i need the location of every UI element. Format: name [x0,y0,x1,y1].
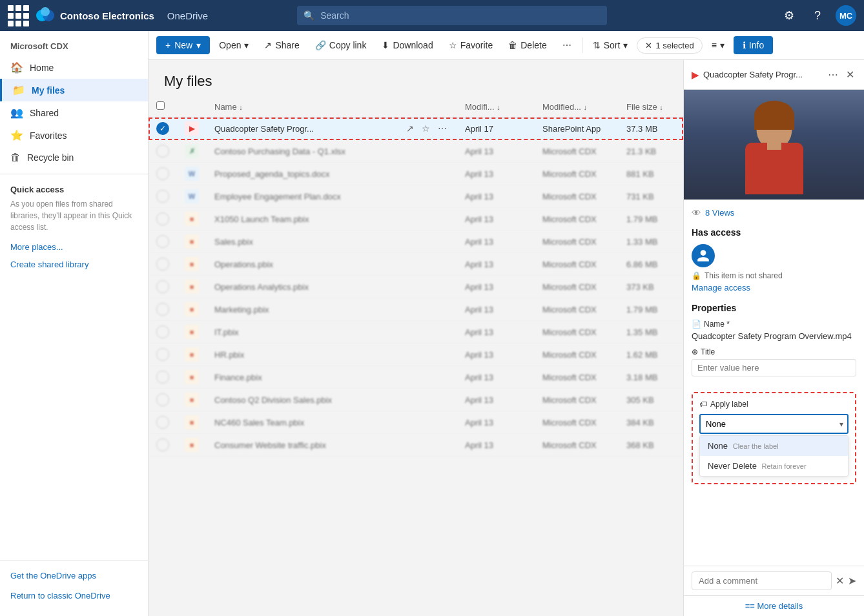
row-name[interactable]: Contoso Q2 Division Sales.pbix [207,389,396,411]
row-star-icon[interactable]: ☆ [419,121,433,136]
table-row[interactable]: ■ IT.pbix April 13 Microsoft CDX 1.35 MB [149,321,683,344]
panel-views[interactable]: 👁 8 Views [692,207,856,218]
favorite-button-label: Favorite [460,40,493,50]
row-check[interactable] [149,434,177,457]
row-name[interactable]: Operations Analytics.pbix [207,276,396,298]
download-button[interactable]: ⬇ Download [375,36,439,54]
sidebar-item-myfiles[interactable]: 📁 My files [0,79,148,101]
row-check[interactable] [149,253,177,276]
row-more-icon[interactable]: ⋯ [435,121,449,136]
row-name[interactable]: Sales.pbix [207,231,396,253]
clear-selection-button[interactable]: ✕ 1 selected [637,37,702,54]
row-check[interactable] [149,366,177,389]
row-modified-by: Microsoft CDX [535,434,619,457]
row-check[interactable] [149,389,177,411]
table-row[interactable]: ■ HR.pbix April 13 Microsoft CDX 1.62 MB [149,344,683,366]
check-empty-icon [156,325,169,338]
table-row[interactable]: ■ Consumer Website traffic.pbix April 13… [149,434,683,457]
label-select[interactable]: None Never Delete [699,414,849,434]
row-check[interactable] [149,344,177,366]
row-name[interactable]: Contoso Purchasing Data - Q1.xlsx [207,140,396,163]
app-launcher-button[interactable] [8,5,29,26]
row-open-icon[interactable]: ↗ [404,121,417,136]
sidebar-item-recyclebin[interactable]: 🗑 Recycle bin [0,147,148,169]
row-name[interactable]: Employee Engagement Plan.docx [207,185,396,208]
dropdown-option-never-delete[interactable]: Never Delete Retain forever [700,456,848,476]
user-avatar[interactable]: MC [836,5,856,26]
row-name[interactable]: Quadcopter Safety Progr... [207,118,396,140]
panel-close-button[interactable]: ✕ [844,67,856,83]
row-check[interactable] [149,298,177,321]
col-header-check[interactable] [149,96,177,118]
create-shared-library-link[interactable]: Create shared library [0,256,148,273]
more-button[interactable]: ⋯ [556,36,578,54]
row-name[interactable]: NC460 Sales Team.pbix [207,411,396,434]
sidebar-item-favorites[interactable]: ⭐ Favorites [0,124,148,147]
sidebar-item-home[interactable]: 🏠 Home [0,56,148,79]
table-row[interactable]: ■ Contoso Q2 Division Sales.pbix April 1… [149,389,683,411]
search-input[interactable] [297,6,607,25]
table-row[interactable]: ■ NC460 Sales Team.pbix April 13 Microso… [149,411,683,434]
info-button[interactable]: ℹ Info [734,36,773,54]
return-classic-link[interactable]: Return to classic OneDrive [0,586,148,606]
sort-button[interactable]: ⇅ Sort ▾ [586,36,635,54]
row-check[interactable] [149,231,177,253]
help-button[interactable]: ? [807,5,828,26]
comment-input[interactable] [692,571,832,590]
row-name[interactable]: Proposed_agenda_topics.docx [207,163,396,185]
row-name[interactable]: X1050 Launch Team.pbix [207,208,396,231]
row-file-size: 6.86 MB [619,253,683,276]
dropdown-option-none[interactable]: None Clear the label [700,436,848,456]
col-header-name[interactable]: Name ↓ [207,96,396,118]
table-row[interactable]: ✓ ▶ Quadcopter Safety Progr... ↗ ☆ ⋯ Apr… [149,118,683,140]
title-input[interactable] [692,359,856,376]
new-button[interactable]: + New ▾ [156,36,210,54]
favorite-button[interactable]: ☆ Favorite [442,36,500,54]
open-button[interactable]: Open ▾ [212,36,255,54]
row-check[interactable] [149,411,177,434]
row-name[interactable]: Marketing.pbix [207,298,396,321]
table-row[interactable]: ■ Marketing.pbix April 13 Microsoft CDX … [149,298,683,321]
delete-button[interactable]: 🗑 Delete [502,36,553,54]
table-row[interactable]: W Proposed_agenda_topics.docx April 13 M… [149,163,683,185]
table-row[interactable]: ■ Operations.pbix April 13 Microsoft CDX… [149,253,683,276]
row-check[interactable] [149,276,177,298]
manage-access-link[interactable]: Manage access [692,283,856,293]
view-toggle-button[interactable]: ≡ ▾ [705,36,731,54]
get-onedrive-apps-link[interactable]: Get the OneDrive apps [0,566,148,586]
comment-submit-button[interactable]: ➤ [848,575,856,587]
panel-access-section [692,244,856,267]
row-check[interactable] [149,140,177,163]
table-row[interactable]: ■ X1050 Launch Team.pbix April 13 Micros… [149,208,683,231]
table-row[interactable]: ■ Sales.pbix April 13 Microsoft CDX 1.33… [149,231,683,253]
table-row[interactable]: ■ Finance.pbix April 13 Microsoft CDX 3.… [149,366,683,389]
row-name[interactable]: HR.pbix [207,344,396,366]
row-check[interactable]: ✓ [149,118,177,140]
table-row[interactable]: W Employee Engagement Plan.docx April 13… [149,185,683,208]
row-check[interactable] [149,321,177,344]
col-header-modifiedby[interactable]: Modified... ↓ [535,96,619,118]
row-name[interactable]: IT.pbix [207,321,396,344]
col-header-modified[interactable]: Modifi... ↓ [457,96,535,118]
sidebar-bottom: Get the OneDrive apps Return to classic … [0,560,148,611]
col-header-filesize[interactable]: File size ↓ [619,96,683,118]
row-name[interactable]: Finance.pbix [207,366,396,389]
row-check[interactable] [149,185,177,208]
share-button[interactable]: ↗ Share [258,36,305,54]
table-row[interactable]: ✗ Contoso Purchasing Data - Q1.xlsx Apri… [149,140,683,163]
sidebar-item-shared[interactable]: 👥 Shared [0,101,148,124]
more-details-link[interactable]: ≡≡ More details [684,595,864,616]
select-all-checkbox[interactable] [156,101,165,110]
check-selected-icon: ✓ [156,122,169,135]
row-check[interactable] [149,208,177,231]
more-places-link[interactable]: More places... [0,238,148,256]
sidebar-myfiles-label: My files [32,85,65,96]
row-check[interactable] [149,163,177,185]
row-name[interactable]: Consumer Website traffic.pbix [207,434,396,457]
comment-clear-button[interactable]: ✕ [836,575,844,587]
panel-more-button[interactable]: ⋯ [826,67,840,83]
copylink-button[interactable]: 🔗 Copy link [309,36,373,54]
table-row[interactable]: ■ Operations Analytics.pbix April 13 Mic… [149,276,683,298]
row-name[interactable]: Operations.pbix [207,253,396,276]
settings-button[interactable]: ⚙ [779,5,799,26]
